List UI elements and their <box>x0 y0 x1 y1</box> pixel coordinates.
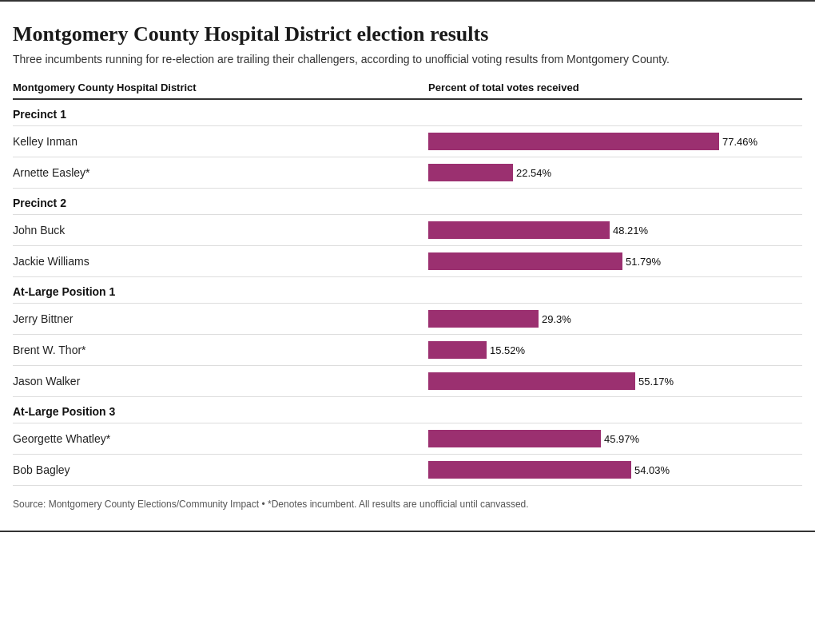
vote-bar <box>428 133 719 150</box>
footnote: Source: Montgomery County Elections/Comm… <box>13 494 802 510</box>
table-body: Precinct 1Kelley Inman77.46%Arnette Easl… <box>13 100 802 486</box>
candidate-name: Jason Walker <box>13 375 428 388</box>
section-row: Precinct 2 <box>13 189 802 215</box>
bar-container: 51.79% <box>428 252 802 270</box>
bar-container: 15.52% <box>428 341 802 359</box>
candidate-name: Brent W. Thor* <box>13 344 428 356</box>
candidate-name: Kelley Inman <box>13 135 428 148</box>
section-title: Precinct 1 <box>13 108 66 121</box>
vote-bar <box>428 221 610 239</box>
candidate-name: Bob Bagley <box>13 463 428 476</box>
bar-wrapper: 77.46% <box>428 133 757 150</box>
candidate-name: John Buck <box>13 224 428 237</box>
bar-wrapper: 45.97% <box>428 430 639 447</box>
bar-label: 48.21% <box>613 225 648 237</box>
section-row: Precinct 1 <box>13 100 802 126</box>
candidate-row: Georgette Whatley*45.97% <box>13 423 802 455</box>
candidate-name: Jerry Bittner <box>13 312 428 325</box>
bar-label: 29.3% <box>542 313 571 325</box>
vote-bar <box>428 372 635 390</box>
bar-wrapper: 55.17% <box>428 372 674 390</box>
section-row: At-Large Position 1 <box>13 277 802 304</box>
vote-bar <box>428 461 631 479</box>
results-table: Montgomery County Hospital District Perc… <box>13 81 802 486</box>
bar-label: 22.54% <box>516 167 551 179</box>
bar-container: 48.21% <box>428 221 802 239</box>
section-title: At-Large Position 1 <box>13 285 115 298</box>
bar-container: 45.97% <box>428 430 802 447</box>
bar-wrapper: 15.52% <box>428 341 525 359</box>
table-header: Montgomery County Hospital District Perc… <box>13 81 802 100</box>
bar-container: 55.17% <box>428 372 802 390</box>
candidate-name: Arnette Easley* <box>13 166 428 179</box>
candidate-row: John Buck48.21% <box>13 215 802 246</box>
page-subtitle: Three incumbents running for re-election… <box>13 53 802 66</box>
bar-label: 77.46% <box>722 136 757 148</box>
candidate-row: Jackie Williams51.79% <box>13 246 802 277</box>
bar-label: 15.52% <box>490 344 525 356</box>
column-header-name: Montgomery County Hospital District <box>13 81 428 93</box>
candidate-row: Jason Walker55.17% <box>13 366 802 397</box>
bar-wrapper: 48.21% <box>428 221 648 239</box>
bar-label: 54.03% <box>634 464 670 476</box>
section-title: At-Large Position 3 <box>13 405 115 418</box>
bar-container: 77.46% <box>428 133 802 150</box>
bar-label: 51.79% <box>626 256 661 268</box>
vote-bar <box>428 252 622 270</box>
candidate-row: Brent W. Thor*15.52% <box>13 335 802 366</box>
bar-label: 55.17% <box>638 376 674 388</box>
candidate-name: Georgette Whatley* <box>13 432 428 445</box>
section-row: At-Large Position 3 <box>13 397 802 423</box>
bar-wrapper: 54.03% <box>428 461 670 479</box>
candidate-name: Jackie Williams <box>13 255 428 268</box>
candidate-row: Bob Bagley54.03% <box>13 455 802 486</box>
bar-wrapper: 22.54% <box>428 164 551 181</box>
candidate-row: Jerry Bittner29.3% <box>13 304 802 335</box>
column-header-votes: Percent of total votes received <box>428 81 802 93</box>
vote-bar <box>428 310 539 328</box>
bar-container: 29.3% <box>428 310 802 328</box>
vote-bar <box>428 341 487 359</box>
bar-container: 22.54% <box>428 164 802 181</box>
vote-bar <box>428 164 513 181</box>
bar-label: 45.97% <box>604 433 639 445</box>
candidate-row: Arnette Easley*22.54% <box>13 157 802 189</box>
bar-wrapper: 29.3% <box>428 310 571 328</box>
candidate-row: Kelley Inman77.46% <box>13 126 802 157</box>
vote-bar <box>428 430 601 447</box>
main-container: Montgomery County Hospital District elec… <box>0 14 815 523</box>
page-title: Montgomery County Hospital District elec… <box>13 22 802 46</box>
section-title: Precinct 2 <box>13 197 66 209</box>
bar-wrapper: 51.79% <box>428 252 661 270</box>
bar-container: 54.03% <box>428 461 802 479</box>
